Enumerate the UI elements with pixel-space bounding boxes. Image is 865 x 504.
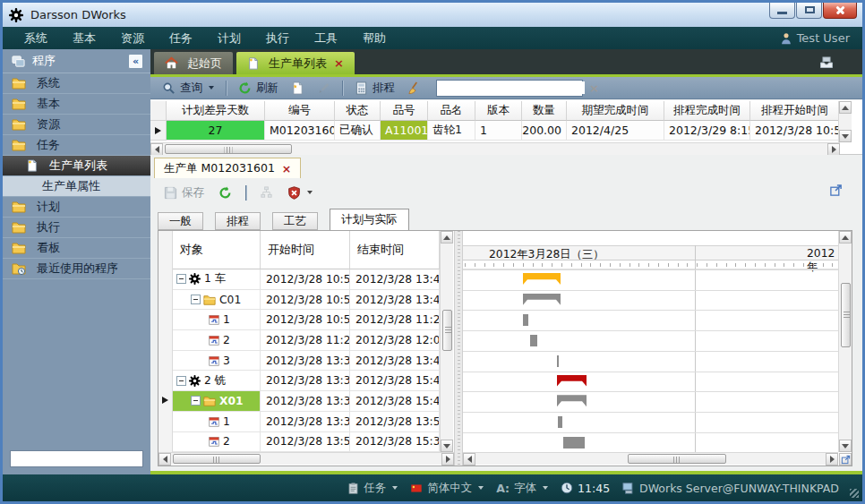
tree-row[interactable]: 1 2012/3/28 10:52 2012/3/28 11:22 (173, 310, 440, 330)
schedule-button[interactable]: 排程 (350, 79, 399, 98)
detail-tab[interactable]: 排程 (215, 212, 261, 230)
grid-cell[interactable]: A11001 (381, 121, 428, 141)
sidebar-item[interactable]: 基本 (3, 94, 150, 115)
status-language-menu[interactable]: 简体中文 (410, 481, 484, 496)
grid-hscrollbar[interactable] (150, 142, 840, 155)
grid-cell[interactable]: 1 (475, 121, 522, 141)
sidebar-item[interactable]: 系统 (3, 73, 150, 94)
tree-header-cell[interactable]: 对象 (173, 231, 261, 269)
splitter-handle[interactable] (454, 231, 463, 466)
gantt-bar-summary[interactable] (523, 273, 561, 285)
table-row[interactable]: 27M012031601已确认A11001齿轮11200.002012/4/25… (150, 121, 840, 141)
tree-header-cell[interactable]: 开始时间 (261, 231, 350, 269)
tree-row[interactable]: C01 2012/3/28 10:52 2012/3/28 13:40 (173, 290, 440, 311)
grid-header-cell[interactable]: 编号 (265, 101, 335, 121)
grid-cell[interactable]: 200.00 (522, 121, 567, 141)
tree-header-cell[interactable]: 结束时间 (350, 231, 440, 269)
tree-row[interactable]: 2 2012/3/28 11:22 2012/3/28 12:00 (173, 330, 440, 351)
user-badge[interactable]: Test User (780, 27, 850, 49)
menu-item[interactable]: 计划 (205, 27, 253, 49)
menu-item[interactable]: 系统 (12, 27, 60, 49)
tree-row[interactable]: 3 2012/3/28 13:30 2012/3/28 13:40 (173, 351, 440, 372)
gantt-bar-summary[interactable] (557, 395, 587, 406)
reload-button[interactable] (214, 184, 236, 201)
edit-button[interactable] (313, 80, 335, 97)
menu-item[interactable]: 工具 (302, 27, 350, 49)
grid-header-cell[interactable]: 状态 (335, 101, 381, 121)
gantt-bar-task[interactable] (523, 314, 528, 326)
grid-cell[interactable]: 已确认 (335, 121, 381, 141)
clean-button[interactable] (403, 80, 425, 97)
sidebar-item[interactable]: 生产单属性 (3, 176, 150, 197)
gantt-bar-task[interactable] (563, 437, 585, 448)
grid-cell[interactable]: 27 (167, 121, 265, 141)
gantt-vscrollbar[interactable] (838, 231, 852, 452)
detail-tab[interactable]: 计划与实际 (330, 209, 409, 230)
grid-cell[interactable]: 2012/3/29 8:15 (664, 121, 750, 141)
sidebar-item[interactable]: 生产单列表 (3, 156, 150, 176)
sidebar-item[interactable]: 资源 (3, 115, 150, 135)
resize-grip[interactable] (850, 489, 859, 498)
tree-row[interactable]: 2 2012/3/28 13:50 2012/3/28 15:30 (173, 432, 440, 453)
gantt-bar-task[interactable] (557, 355, 559, 367)
grid-header-cell[interactable]: 排程开始时间 (750, 101, 840, 121)
sidebar-item[interactable]: 任务 (3, 135, 150, 156)
gantt-bar-summary[interactable] (557, 375, 587, 387)
menu-item[interactable]: 基本 (60, 27, 108, 49)
relation-button[interactable] (255, 184, 278, 201)
order-doc-tab[interactable]: 生产单 M012031601 × (154, 158, 301, 178)
tree-hscrollbar[interactable] (158, 452, 454, 465)
tree-row[interactable]: 1 2012/3/28 13:30 2012/3/28 13:50 (173, 412, 440, 432)
tree-vscrollbar[interactable] (440, 231, 453, 452)
filter-input[interactable] (446, 81, 585, 94)
validate-button[interactable] (283, 184, 317, 201)
save-button[interactable]: 保存 (159, 184, 209, 202)
gantt-hscrollbar[interactable] (463, 452, 838, 465)
gantt-bar-summary[interactable] (523, 294, 561, 305)
detail-tab[interactable]: 工艺 (272, 212, 318, 230)
tree-row[interactable]: X01 2012/3/28 13:30 2012/3/28 15:40 (173, 391, 440, 412)
refresh-button[interactable]: 刷新 (234, 79, 283, 98)
close-button[interactable] (823, 3, 857, 19)
status-task-menu[interactable]: 任务 (347, 481, 398, 496)
popout-icon[interactable] (829, 184, 843, 197)
grid-cell[interactable]: 2012/4/25 (567, 121, 664, 141)
collapse-box-icon[interactable] (176, 274, 186, 284)
collapse-box-icon[interactable] (191, 295, 201, 304)
grid-vscrollbar[interactable] (838, 101, 852, 142)
collapse-box-icon[interactable] (191, 396, 201, 406)
detail-tab[interactable]: 一般 (158, 212, 203, 230)
sidebar-item[interactable]: 执行 (3, 218, 150, 238)
menu-item[interactable]: 任务 (157, 27, 205, 49)
menu-item[interactable]: 执行 (253, 27, 302, 49)
new-button[interactable] (287, 80, 309, 97)
sidebar-item[interactable]: 计划 (3, 197, 150, 218)
menu-item[interactable]: 资源 (108, 27, 157, 49)
gantt-bar-task[interactable] (558, 416, 562, 428)
grid-header-cell[interactable]: 版本 (475, 101, 522, 121)
grid-header-cell[interactable]: 期望完成时间 (567, 101, 664, 121)
status-font-menu[interactable]: A: 字体 (496, 481, 548, 496)
sidebar-item[interactable]: 看板 (3, 238, 150, 259)
grid-header-cell[interactable]: 品名 (428, 101, 475, 121)
minimize-button[interactable] (769, 3, 795, 19)
grid-cell[interactable]: 2012/3/28 10:52 (750, 121, 840, 141)
grid-header-cell[interactable]: 数量 (522, 101, 567, 121)
grid-header-cell[interactable]: 品号 (381, 101, 428, 121)
tab-inactive[interactable]: 起始页 (154, 52, 233, 74)
tab-active[interactable]: 生产单列表× (236, 52, 355, 74)
gantt-bar-task[interactable] (530, 335, 537, 346)
tray-pin-icon[interactable] (819, 55, 834, 69)
close-tab-icon[interactable]: × (334, 56, 344, 70)
tree-row[interactable]: 2 铣 2012/3/28 13:30 2012/3/28 15:40 (173, 371, 440, 391)
menu-item[interactable]: 帮助 (350, 27, 398, 49)
grid-header-cell[interactable]: 排程完成时间 (664, 101, 750, 121)
grid-cell[interactable]: 齿轮1 (428, 121, 475, 141)
sidebar-search-input[interactable] (20, 453, 150, 466)
grid-header-cell[interactable]: 计划差异天数 (167, 101, 265, 121)
collapse-box-icon[interactable] (176, 376, 186, 386)
sidebar-collapse-button[interactable]: « (128, 54, 143, 69)
close-icon[interactable]: × (282, 162, 291, 175)
maximize-button[interactable] (796, 3, 822, 19)
query-button[interactable]: 查询 (158, 79, 218, 98)
